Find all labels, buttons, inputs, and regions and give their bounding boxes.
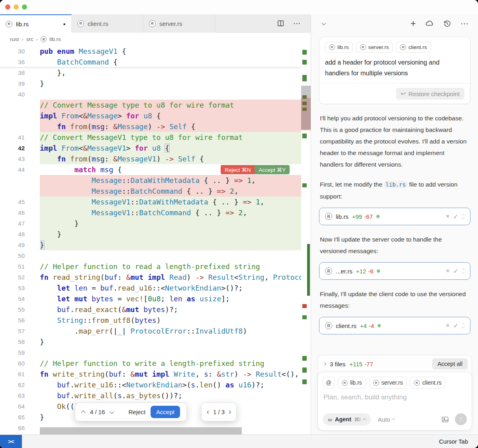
rust-file-icon: R xyxy=(342,380,348,386)
sticky-line[interactable]: 36 BatchCommand { xyxy=(0,57,301,67)
send-button[interactable]: ↑ xyxy=(455,413,467,425)
code-line[interactable]: 41 // Convert MessageV1 type to u8 for w… xyxy=(0,132,301,143)
code-line[interactable]: 58 } xyxy=(0,336,301,347)
context-chip-server.rs[interactable]: Rserver.rs xyxy=(369,377,407,389)
restore-icon: ↩ xyxy=(401,90,406,97)
accept-file-icon[interactable]: ✓ xyxy=(453,213,458,220)
diff-marker xyxy=(307,244,310,296)
code-line[interactable]: 42 impl From<&MessageV1> for u8 { xyxy=(0,143,301,153)
file-chip-server.rs[interactable]: Rserver.rs xyxy=(356,42,393,53)
code-line[interactable]: 51 // Helper function to read a length-p… xyxy=(0,261,301,272)
code-line[interactable]: Message::DataWithMetadata { .. } => 1, xyxy=(0,175,301,186)
diff-marker xyxy=(302,356,307,361)
code-line[interactable]: 55 buf.read_exact(&mut bytes)?; xyxy=(0,304,301,315)
expand-diff-icon[interactable] xyxy=(462,214,464,219)
expand-files-icon[interactable] xyxy=(323,362,326,365)
code-line[interactable]: 63 buf.write_all(s.as_bytes())?; xyxy=(0,390,301,401)
attach-image-icon[interactable] xyxy=(441,415,449,424)
code-line[interactable]: 44 match msg { Reject ⌘N Accept ⌘Y xyxy=(0,164,301,175)
reject-file-icon[interactable]: × xyxy=(446,213,449,220)
code-line[interactable]: 39 } xyxy=(0,78,301,89)
chat-collapse-icon[interactable] xyxy=(321,21,326,25)
remote-indicator[interactable]: >< xyxy=(0,435,22,448)
pager-prev-icon[interactable]: ‹ xyxy=(207,408,209,416)
code-line[interactable]: 53 let len = buf.read_u16::<NetworkEndia… xyxy=(0,283,301,293)
code-line[interactable]: 45 MessageV1::DataWithMetadata { .. } =>… xyxy=(0,196,301,207)
inline-accept-button[interactable]: Accept ⌘Y xyxy=(255,165,290,174)
code-line[interactable]: 62 buf.write_u16::<NetworkEndian>(s.len(… xyxy=(0,379,301,390)
overview-ruler[interactable] xyxy=(301,46,311,434)
code-line[interactable]: 43 fn from(msg: &MessageV1) -> Self { xyxy=(0,153,301,164)
line-number: 61 xyxy=(0,369,40,379)
composer-input[interactable]: Plan, search, build anything xyxy=(323,393,466,401)
code-editor[interactable]: 30pub enum MessageV1 { 36 BatchCommand {… xyxy=(0,46,311,434)
reject-button[interactable]: Reject xyxy=(129,409,146,415)
pager-next-icon[interactable]: › xyxy=(229,408,231,416)
accept-file-icon[interactable]: ✓ xyxy=(453,267,458,275)
diff-marker xyxy=(302,75,307,81)
expand-diff-icon[interactable] xyxy=(462,323,464,328)
mention-button[interactable]: @ xyxy=(323,377,335,389)
code-line[interactable]: 61 fn write_string(buf: &mut impl Write,… xyxy=(0,369,301,379)
chat-more-icon[interactable]: ⋯ xyxy=(460,19,468,28)
code-line[interactable]: 49 } xyxy=(0,240,301,250)
prev-diff-icon[interactable] xyxy=(81,410,85,415)
code-line[interactable]: // Convert Message type to u8 for wire f… xyxy=(0,100,301,110)
accept-all-button[interactable]: Accept all xyxy=(432,358,468,369)
code-line[interactable]: Message::BatchCommand { .. } => 2, xyxy=(0,186,301,196)
tab-lib.rs[interactable]: Rlib.rs ● xyxy=(0,14,72,33)
file-diff-card[interactable]: Rclient.rs +4 -4 × ✓ xyxy=(319,317,470,334)
sticky-scroll[interactable]: 30pub enum MessageV1 { 36 BatchCommand { xyxy=(0,46,301,67)
minimize-window-button[interactable] xyxy=(14,4,19,10)
split-editor-icon[interactable] xyxy=(277,20,284,27)
cursor-tab-status[interactable]: Cursor Tab xyxy=(439,438,478,445)
code-line[interactable]: 47 } xyxy=(0,218,301,229)
history-icon[interactable] xyxy=(443,20,451,28)
inline-reject-button[interactable]: Reject ⌘N xyxy=(221,165,255,174)
file-chip-client.rs[interactable]: Rclient.rs xyxy=(396,42,431,53)
zoom-window-button[interactable] xyxy=(22,4,27,10)
close-window-button[interactable] xyxy=(5,4,10,10)
code-line[interactable]: 60 // Helper function to write a length-… xyxy=(0,358,301,369)
accept-button[interactable]: Accept xyxy=(151,406,180,418)
breadcrumb-folder[interactable]: rust xyxy=(10,36,19,42)
code-line[interactable]: 48 } xyxy=(0,229,301,240)
code-line[interactable]: 57 .map_err(|_| ProtocolError::InvalidUt… xyxy=(0,326,301,336)
file-diff-card[interactable]: R...er.rs +12 -6 × ✓ xyxy=(319,262,470,280)
code-line[interactable]: 46 MessageV1::BatchCommand { .. } => 2, xyxy=(0,207,301,218)
breadcrumb-file[interactable]: lib.rs xyxy=(49,36,61,42)
reject-file-icon[interactable]: × xyxy=(446,322,449,329)
sticky-line[interactable]: 30pub enum MessageV1 { xyxy=(0,46,301,57)
chat-header: + ⋯ xyxy=(311,14,478,33)
new-chat-icon[interactable]: + xyxy=(411,18,416,29)
accept-file-icon[interactable]: ✓ xyxy=(453,322,458,330)
context-chip-client.rs[interactable]: Rclient.rs xyxy=(410,377,445,389)
chat-composer[interactable]: @Rlib.rsRserver.rsRclient.rs Plan, searc… xyxy=(317,372,472,430)
reject-file-icon[interactable]: × xyxy=(446,267,449,275)
code-line[interactable]: impl From<&Message> for u8 { xyxy=(0,110,301,121)
tab-server.rs[interactable]: Rserver.rs xyxy=(143,14,215,33)
code-line[interactable]: 59 xyxy=(0,347,301,358)
tab-client.rs[interactable]: Rclient.rs xyxy=(72,14,143,33)
breadcrumb-folder[interactable]: src xyxy=(26,36,33,42)
code-line[interactable]: 54 let mut bytes = vec![0u8; len as usiz… xyxy=(0,293,301,304)
expand-diff-icon[interactable] xyxy=(462,268,464,274)
cloud-icon[interactable] xyxy=(425,19,434,28)
file-diff-card[interactable]: Rlib.rs +99 -67 × ✓ xyxy=(319,208,470,225)
context-chip-lib.rs[interactable]: Rlib.rs xyxy=(338,377,366,389)
next-diff-icon[interactable] xyxy=(110,409,114,413)
diff-counter: 4 / 16 xyxy=(90,409,105,415)
agent-mode-selector[interactable]: ∞ Agent ⌘I xyxy=(323,413,371,425)
editor-more-icon[interactable]: ⋯ xyxy=(293,19,301,28)
code-line[interactable]: 38 }, xyxy=(0,67,301,78)
code-line[interactable]: 56 String::from_utf8(bytes) xyxy=(0,315,301,326)
code-line[interactable]: 52 fn read_string(buf: &mut impl Read) -… xyxy=(0,272,301,283)
code-line[interactable]: 50 xyxy=(0,250,301,261)
diff-marker xyxy=(302,108,307,111)
restore-checkpoint-button[interactable]: ↩ Restore checkpoint xyxy=(396,88,464,100)
model-selector[interactable]: Auto xyxy=(378,416,395,423)
code-line[interactable]: 40 xyxy=(0,89,301,100)
line-number: 52 xyxy=(0,272,40,283)
file-chip-lib.rs[interactable]: Rlib.rs xyxy=(325,42,353,53)
code-line[interactable]: fn from(msg: &Message) -> Self { xyxy=(0,121,301,132)
